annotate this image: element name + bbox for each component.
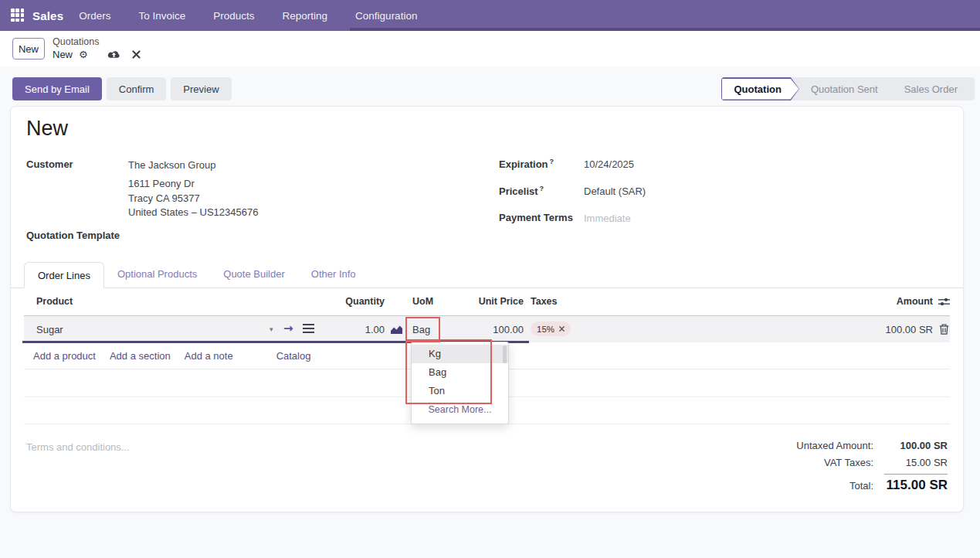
trash-icon[interactable] [939, 324, 949, 335]
search-more-link[interactable]: Search More... [412, 404, 508, 415]
terms-and-conditions-input[interactable]: Terms and conditions... [26, 441, 130, 453]
payment-terms-field[interactable]: Immediate [584, 213, 631, 224]
address-line-2: Tracy CA 95377 [128, 192, 258, 206]
col-uom[interactable]: UoM [412, 296, 433, 307]
help-icon[interactable]: ? [540, 185, 544, 192]
total-separator [884, 474, 948, 475]
customer-name-field[interactable]: The Jackson Group [128, 159, 215, 171]
dropdown-scrollbar[interactable] [503, 345, 507, 363]
order-line-row[interactable]: Sugar ▾ → 1.00 Bag 100.00 15% 100.00 SR [24, 316, 950, 342]
internal-link-icon[interactable]: → [283, 322, 293, 335]
tax-tag-label: 15% [537, 325, 554, 334]
vat-taxes-value: 15.00 SR [873, 457, 948, 468]
customer-address: 1611 Peony Dr Tracy CA 95377 United Stat… [128, 177, 258, 220]
product-cell[interactable]: Sugar [36, 324, 63, 335]
totals-block: Untaxed Amount: 100.00 SR VAT Taxes: 15.… [693, 440, 948, 498]
breadcrumb-current: New [53, 49, 73, 60]
app-name[interactable]: Sales [32, 9, 63, 22]
status-step-quotation-sent[interactable]: Quotation Sent [791, 77, 894, 100]
top-navbar: Sales Orders To Invoice Products Reporti… [0, 0, 980, 31]
uom-option-ton[interactable]: Ton [412, 382, 508, 400]
statusbar: Quotation Quotation Sent Sales Order [721, 77, 975, 100]
add-a-note-link[interactable]: Add a note [185, 350, 233, 362]
nav-item-configuration[interactable]: Configuration [355, 10, 417, 22]
tab-optional-products[interactable]: Optional Products [104, 261, 210, 288]
optional-columns-icon[interactable] [938, 297, 950, 307]
uom-dropdown: Kg Bag Ton Search More... [411, 342, 509, 424]
status-step-sales-order[interactable]: Sales Order [884, 77, 975, 100]
payment-terms-label: Payment Terms [499, 212, 573, 223]
tab-order-lines[interactable]: Order Lines [24, 262, 104, 288]
total-label: Total: [849, 480, 873, 492]
col-quantity[interactable]: Quantity [317, 296, 385, 307]
add-a-product-link[interactable]: Add a product [33, 350, 96, 362]
chevron-down-icon[interactable]: ▾ [270, 325, 273, 333]
nav-item-orders[interactable]: Orders [79, 10, 110, 22]
action-bar: Send by Email Confirm Preview Quotation … [0, 73, 980, 106]
tab-other-info[interactable]: Other Info [298, 261, 369, 288]
confirm-button[interactable]: Confirm [107, 77, 167, 100]
untaxed-amount-value: 100.00 SR [873, 440, 948, 451]
customer-label: Customer [26, 158, 73, 170]
new-record-button[interactable]: New [12, 38, 45, 60]
expiration-label: Expiration? [499, 158, 554, 170]
untaxed-amount-label: Untaxed Amount: [796, 440, 873, 451]
col-amount[interactable]: Amount [840, 296, 933, 307]
unit-price-cell[interactable]: 100.00 [456, 324, 524, 335]
nav-item-reporting[interactable]: Reporting [283, 10, 328, 22]
gear-icon[interactable]: ⚙ [79, 49, 88, 60]
tab-quote-builder[interactable]: Quote Builder [210, 261, 298, 288]
send-by-email-button[interactable]: Send by Email [12, 77, 102, 100]
help-icon[interactable]: ? [550, 158, 554, 165]
breadcrumb: Quotations New ⚙ [53, 36, 141, 60]
nav-item-to-invoice[interactable]: To Invoice [138, 10, 185, 22]
breadcrumb-quotations-link[interactable]: Quotations [53, 36, 141, 48]
catalog-link[interactable]: Catalog [276, 350, 311, 362]
tax-tag[interactable]: 15% [531, 322, 571, 336]
quantity-cell[interactable]: 1.00 [317, 324, 385, 335]
vat-taxes-label: VAT Taxes: [824, 457, 873, 468]
address-line-3: United States – US12345676 [128, 206, 258, 220]
preview-button[interactable]: Preview [171, 77, 231, 100]
address-line-1: 1611 Peony Dr [128, 177, 258, 192]
sales-quotation-screen: Sales Orders To Invoice Products Reporti… [0, 0, 980, 558]
col-unit-price[interactable]: Unit Price [456, 296, 524, 307]
col-product[interactable]: Product [36, 296, 73, 307]
uom-option-kg[interactable]: Kg [412, 345, 508, 363]
quotation-template-label: Quotation Template [26, 230, 120, 241]
add-a-section-link[interactable]: Add a section [110, 350, 171, 362]
nav-item-products[interactable]: Products [213, 10, 254, 22]
form-sheet: New Customer The Jackson Group 1611 Peon… [10, 106, 964, 512]
drag-handle-icon[interactable] [303, 328, 314, 329]
cloud-save-icon[interactable] [107, 49, 121, 60]
pricelist-label: Pricelist? [499, 185, 544, 197]
control-panel: New Quotations New ⚙ [0, 31, 980, 66]
amount-cell: 100.00 SR [840, 324, 933, 335]
status-step-quotation[interactable]: Quotation [721, 77, 800, 100]
pricelist-field[interactable]: Default (SAR) [584, 185, 646, 197]
expiration-field[interactable]: 10/24/2025 [584, 158, 634, 170]
total-value: 115.00 SR [873, 478, 948, 493]
order-lines-header: Product Quantity UoM Unit Price Taxes Am… [24, 288, 950, 316]
tax-remove-icon[interactable] [559, 326, 565, 332]
col-taxes[interactable]: Taxes [531, 296, 558, 307]
forecast-chart-icon[interactable] [390, 325, 403, 335]
notebook-tabs: Order Lines Optional Products Quote Buil… [11, 261, 963, 288]
discard-icon[interactable] [132, 50, 141, 59]
uom-option-bag[interactable]: Bag [412, 363, 508, 382]
apps-grid-icon[interactable] [11, 9, 25, 22]
record-title: New [26, 117, 68, 141]
uom-cell[interactable]: Bag [412, 324, 430, 335]
